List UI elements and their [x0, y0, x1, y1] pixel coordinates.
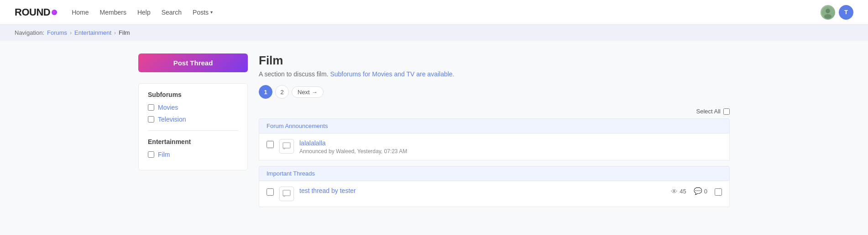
- chat-bubble-icon-2: [282, 190, 291, 198]
- posts-caret-icon: ▾: [210, 10, 213, 15]
- brand-logo[interactable]: ROUND: [15, 6, 57, 18]
- nav-help[interactable]: Help: [137, 9, 151, 16]
- thread-test-select-checkbox[interactable]: [715, 188, 722, 196]
- svg-point-1: [826, 9, 830, 13]
- thread-lalalalalla-meta: Announced by Waleed, Yesterday, 07:23 AM: [299, 148, 722, 155]
- breadcrumb-nav-label: Navigation:: [15, 29, 44, 36]
- nav-links: Home Members Help Search Posts ▾: [72, 9, 806, 16]
- movies-label: Movies: [158, 104, 178, 111]
- navbar-right: T: [821, 5, 853, 20]
- thread-test-icon: [279, 187, 294, 201]
- select-all-checkbox[interactable]: [723, 108, 730, 115]
- svg-rect-4: [283, 190, 290, 196]
- avatar-user[interactable]: [821, 5, 835, 20]
- page-1-button[interactable]: 1: [259, 85, 272, 99]
- nav-members[interactable]: Members: [100, 9, 126, 16]
- subforums-title: Subforums: [148, 91, 238, 98]
- svg-rect-3: [283, 143, 290, 148]
- sidebar-item-movies[interactable]: Movies: [148, 104, 238, 111]
- user-initial: T: [844, 9, 848, 16]
- next-label: Next: [298, 89, 310, 96]
- important-threads-label: Important Threads: [267, 170, 315, 177]
- forum-announcements-label: Forum Announcements: [267, 123, 328, 129]
- thread-test-stats: 👁 45 💬 0: [671, 187, 722, 196]
- breadcrumb: Navigation: Forums › Entertainment › Fil…: [0, 25, 868, 41]
- forum-desc-link[interactable]: Subforums for Movies and TV are availabl…: [330, 70, 454, 78]
- movies-checkbox[interactable]: [148, 104, 154, 111]
- next-page-button[interactable]: Next →: [292, 86, 324, 98]
- film-label: Film: [158, 151, 170, 158]
- pagination: 1 2 Next →: [259, 85, 730, 99]
- television-checkbox[interactable]: [148, 116, 154, 123]
- subforums-section: Subforums Movies Television Entertainmen…: [138, 83, 248, 171]
- forum-title: Film: [259, 53, 730, 68]
- replies-count: 0: [704, 188, 707, 195]
- forum-announcements-header: Forum Announcements: [259, 118, 730, 134]
- select-all-row: Select All: [259, 108, 730, 115]
- nav-home[interactable]: Home: [72, 9, 89, 16]
- post-thread-button[interactable]: Post Thread: [138, 53, 248, 72]
- replies-stat: 💬 0: [694, 187, 707, 195]
- breadcrumb-sep-2: ›: [114, 30, 116, 36]
- user-avatar-icon: [821, 6, 834, 19]
- sidebar-divider: [148, 130, 238, 131]
- thread-test-info: test thread by tester: [299, 187, 665, 195]
- thread-lalalalalla-checkbox[interactable]: [267, 141, 274, 148]
- table-row: lalalalalla Announced by Waleed, Yesterd…: [259, 134, 730, 160]
- next-arrow-icon: →: [312, 89, 318, 96]
- sidebar: Post Thread Subforums Movies Television …: [138, 53, 248, 180]
- important-threads-header: Important Threads: [259, 166, 730, 181]
- chat-bubble-icon: [282, 142, 291, 150]
- nav-posts-label: Posts: [193, 9, 209, 16]
- thread-lalalalalla-icon: [279, 139, 294, 154]
- navbar: ROUND Home Members Help Search Posts ▾ T: [0, 0, 868, 25]
- breadcrumb-forums[interactable]: Forums: [47, 29, 67, 36]
- sidebar-item-television[interactable]: Television: [148, 116, 238, 123]
- breadcrumb-current: Film: [119, 29, 130, 36]
- views-stat: 👁 45: [671, 187, 686, 195]
- forum-description: A section to discuss film. Subforums for…: [259, 70, 730, 78]
- brand-text: ROUND: [15, 6, 50, 18]
- forum-desc-plain: A section to discuss film.: [259, 70, 329, 78]
- nav-search[interactable]: Search: [162, 9, 182, 16]
- thread-lalalalalla-title[interactable]: lalalalalla: [299, 139, 326, 147]
- film-checkbox[interactable]: [148, 151, 154, 158]
- page-2-button[interactable]: 2: [275, 85, 289, 99]
- thread-test-title[interactable]: test thread by tester: [299, 187, 356, 194]
- television-label: Television: [158, 116, 186, 123]
- brand-dot: [52, 10, 57, 15]
- main-container: Post Thread Subforums Movies Television …: [124, 53, 744, 207]
- related-title: Entertainment: [148, 138, 238, 145]
- thread-lalalalalla-info: lalalalalla Announced by Waleed, Yesterd…: [299, 139, 722, 155]
- table-row: test thread by tester 👁 45 💬 0: [259, 181, 730, 207]
- eye-icon: 👁: [671, 187, 678, 195]
- thread-test-checkbox[interactable]: [267, 188, 274, 196]
- select-all-label: Select All: [696, 108, 721, 115]
- avatar-initial[interactable]: T: [839, 5, 853, 20]
- content-area: Film A section to discuss film. Subforum…: [259, 53, 730, 207]
- svg-point-2: [824, 14, 831, 19]
- nav-posts-dropdown[interactable]: Posts ▾: [193, 9, 213, 16]
- sidebar-item-film[interactable]: Film: [148, 151, 238, 158]
- views-count: 45: [680, 188, 686, 195]
- comment-icon: 💬: [694, 187, 702, 195]
- breadcrumb-entertainment[interactable]: Entertainment: [74, 29, 111, 36]
- breadcrumb-sep-1: ›: [70, 30, 72, 36]
